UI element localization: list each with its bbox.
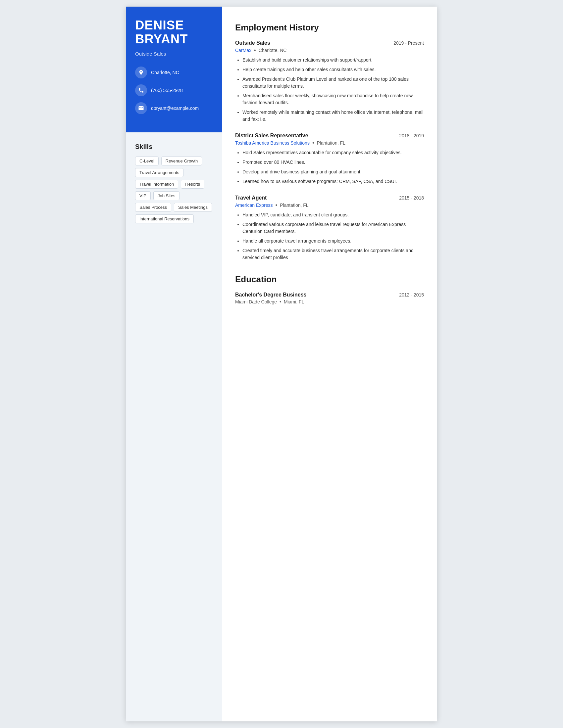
job-bullet-item: Handled VIP, candidate, and transient cl… bbox=[242, 211, 424, 218]
job-block: Travel Agent2015 - 2018American Express•… bbox=[235, 195, 424, 261]
job-company: Toshiba America Business Solutions bbox=[235, 140, 310, 146]
skills-heading: Skills bbox=[135, 143, 212, 151]
job-bullets: Establish and build customer relationshi… bbox=[235, 57, 424, 123]
job-bullet-item: Worked remotely while maintaining contac… bbox=[242, 109, 424, 123]
job-bullets: Handled VIP, candidate, and transient cl… bbox=[235, 211, 424, 261]
skill-tag: International Reservations bbox=[135, 214, 194, 223]
job-title: Outside Sales bbox=[235, 40, 270, 46]
edu-school: Miami Dade College bbox=[235, 299, 277, 304]
education-section-title: Education bbox=[235, 274, 424, 285]
employment-section-title: Employment History bbox=[235, 23, 424, 33]
job-bullet-item: Help create trainings and help other sal… bbox=[242, 66, 424, 73]
email-text: dbryant@example.com bbox=[151, 106, 199, 111]
skill-tag: Travel Arrangements bbox=[135, 168, 183, 177]
job-header: Travel Agent2015 - 2018 bbox=[235, 195, 424, 201]
job-title: District Sales Representative bbox=[235, 133, 308, 139]
education-container: Bachelor's Degree Business2012 - 2015Mia… bbox=[235, 292, 424, 304]
job-company: American Express bbox=[235, 203, 273, 208]
location-icon bbox=[135, 67, 147, 78]
separator-dot: • bbox=[312, 140, 314, 146]
phone-text: (760) 555-2928 bbox=[151, 88, 183, 93]
edu-degree: Bachelor's Degree Business bbox=[235, 292, 306, 298]
job-block: Outside Sales2019 - PresentCarMax•Charlo… bbox=[235, 40, 424, 123]
edu-header: Bachelor's Degree Business2012 - 2015 bbox=[235, 292, 424, 298]
job-bullets: Hold Sales representatives accountable f… bbox=[235, 149, 424, 185]
job-dates: 2015 - 2018 bbox=[399, 195, 424, 201]
skill-tag: C-Level bbox=[135, 157, 159, 165]
job-bullet-item: Learned how to us various software progr… bbox=[242, 178, 424, 185]
contact-phone: (760) 555-2928 bbox=[135, 84, 212, 96]
contact-location: Charlotte, NC bbox=[135, 67, 212, 78]
sidebar: DENISE BRYANT Outside Sales Charlotte, N… bbox=[126, 7, 222, 721]
sidebar-body: Skills C-LevelRevenue GrowthTravel Arran… bbox=[126, 132, 222, 234]
job-company-line: Toshiba America Business Solutions•Plant… bbox=[235, 140, 424, 146]
skill-tag: Sales Meetings bbox=[174, 203, 212, 212]
location-text: Charlotte, NC bbox=[151, 70, 179, 75]
phone-icon bbox=[135, 84, 147, 96]
candidate-job-title: Outside Sales bbox=[135, 51, 212, 57]
job-bullet-item: Coordinated various corporate and leisur… bbox=[242, 221, 424, 235]
job-bullet-item: Develop and drive business planning and … bbox=[242, 168, 424, 175]
job-header: Outside Sales2019 - Present bbox=[235, 40, 424, 46]
jobs-container: Outside Sales2019 - PresentCarMax•Charlo… bbox=[235, 40, 424, 261]
job-dates: 2019 - Present bbox=[394, 40, 424, 46]
job-company-line: American Express•Plantation, FL bbox=[235, 202, 424, 208]
separator-dot: • bbox=[279, 299, 281, 304]
job-location: Charlotte, NC bbox=[258, 48, 287, 53]
job-company-line: CarMax•Charlotte, NC bbox=[235, 47, 424, 53]
sidebar-header: DENISE BRYANT Outside Sales Charlotte, N… bbox=[126, 7, 222, 132]
skill-tag: VIP bbox=[135, 191, 151, 200]
email-icon bbox=[135, 102, 147, 114]
skills-list: C-LevelRevenue GrowthTravel Arrangements… bbox=[135, 157, 212, 223]
skill-tag: Job Sites bbox=[153, 191, 179, 200]
edu-school-line: Miami Dade College•Miami, FL bbox=[235, 299, 424, 304]
separator-dot: • bbox=[254, 47, 256, 53]
job-location: Plantation, FL bbox=[317, 140, 346, 146]
job-block: District Sales Representative2018 - 2019… bbox=[235, 133, 424, 185]
main-content: Employment History Outside Sales2019 - P… bbox=[222, 7, 437, 721]
contact-email: dbryant@example.com bbox=[135, 102, 212, 114]
separator-dot: • bbox=[275, 202, 277, 208]
contact-list: Charlotte, NC (760) 555-2928 bbox=[135, 67, 212, 114]
job-bullet-item: Promoted over 80 HVAC lines. bbox=[242, 159, 424, 166]
edu-block: Bachelor's Degree Business2012 - 2015Mia… bbox=[235, 292, 424, 304]
job-bullet-item: Awarded President's Club Platinum Level … bbox=[242, 76, 424, 90]
job-header: District Sales Representative2018 - 2019 bbox=[235, 133, 424, 139]
job-company: CarMax bbox=[235, 48, 251, 53]
resume-container: DENISE BRYANT Outside Sales Charlotte, N… bbox=[126, 7, 437, 721]
skill-tag: Revenue Growth bbox=[161, 157, 202, 165]
edu-dates: 2012 - 2015 bbox=[399, 292, 424, 297]
job-bullet-item: Handle all corporate travel arrangements… bbox=[242, 238, 424, 245]
job-bullet-item: Merchandised sales floor weekly, showcas… bbox=[242, 92, 424, 106]
job-dates: 2018 - 2019 bbox=[399, 133, 424, 138]
job-bullet-item: Created timely and accurate business tra… bbox=[242, 247, 424, 261]
skill-tag: Resorts bbox=[181, 180, 204, 189]
candidate-name: DENISE BRYANT bbox=[135, 19, 212, 46]
edu-location: Miami, FL bbox=[284, 299, 304, 304]
job-location: Plantation, FL bbox=[280, 203, 308, 208]
skill-tag: Sales Process bbox=[135, 203, 171, 212]
job-title: Travel Agent bbox=[235, 195, 266, 201]
skill-tag: Travel Information bbox=[135, 180, 178, 189]
job-bullet-item: Hold Sales representatives accountable f… bbox=[242, 149, 424, 156]
job-bullet-item: Establish and build customer relationshi… bbox=[242, 57, 424, 64]
